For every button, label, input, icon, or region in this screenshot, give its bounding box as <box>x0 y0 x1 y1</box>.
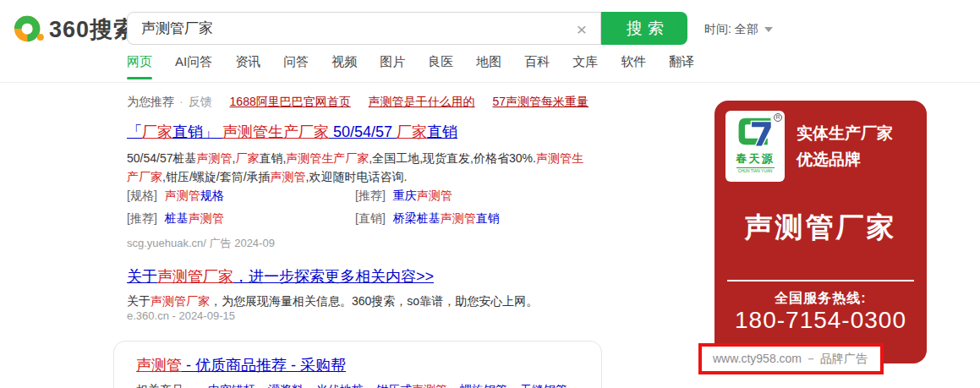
ad-phone-number: 180-7154-0300 <box>714 307 927 334</box>
tab-news[interactable]: 资讯 <box>235 54 260 79</box>
time-filter-label: 时间: 全部 <box>704 22 758 37</box>
search-input[interactable] <box>128 13 550 44</box>
result2-description: 关于声测管厂家，为您展现海量相关信息。360搜索，so靠谱，助您安心上网。 <box>127 292 600 310</box>
feedback-link[interactable]: 反馈 <box>189 95 212 108</box>
ad-source-annotation-box: www.cty958.com － 品牌广告 <box>698 343 884 374</box>
ad-hotline-label: 全国服务热线: <box>714 290 927 308</box>
meta-tag: [规格] <box>127 189 157 202</box>
meta-link-qiaoliang[interactable]: 桥梁桩基声测管直销 <box>393 211 500 225</box>
logo-360[interactable]: 360搜索 <box>14 14 137 46</box>
result3-title-link[interactable]: 声测管 - 优质商品推荐 - 采购帮 <box>136 355 346 375</box>
ad-slogan-line1: 实体生产厂家 <box>797 120 893 146</box>
tab-webpage[interactable]: 网页 <box>127 54 152 79</box>
related-label: 相关产品： <box>136 383 195 388</box>
result2-title-link[interactable]: 关于声测管厂家，进一步探索更多相关内容>> <box>127 266 434 287</box>
related-link-5[interactable]: 螺旋钢管 <box>460 383 507 388</box>
ad-divider <box>727 280 914 281</box>
result1-title-link[interactable]: 「厂家直销」 声测管生产厂家 50/54/57 厂家直销 <box>127 122 457 142</box>
result1-meta-links: [规格]声测管规格 [推荐]重庆声测管 [推荐]桩基声测管 [直销]桥梁桩基声测… <box>127 187 590 227</box>
recommend-row: 为您推荐·反馈 1688阿里巴巴官网首页 声测管是干什么用的 57声测管每米重量 <box>127 95 589 110</box>
clear-icon[interactable]: × <box>577 19 587 37</box>
result1-description: 50/54/57桩基声测管,厂家直销,声测管生产厂家,全国工地,现货直发,价格省… <box>127 149 588 186</box>
ad-slogan: 实体生产厂家 优选品牌 <box>797 120 893 172</box>
tab-software[interactable]: 软件 <box>621 54 646 79</box>
tab-translate[interactable]: 翻译 <box>669 54 694 79</box>
meta-cell: [直销]桥梁桩基声测管直销 <box>355 210 590 227</box>
tab-doctor[interactable]: 良医 <box>428 54 453 79</box>
nav-tabs: 网页 AI问答 资讯 问答 视频 图片 良医 地图 百科 文库 软件 翻译 <box>127 54 694 79</box>
search-results-page: 360搜索 × 搜索 时间: 全部 网页 AI问答 资讯 问答 视频 图片 良医… <box>0 0 980 388</box>
tab-ai-qa[interactable]: AI问答 <box>175 54 212 79</box>
recommend-link-1[interactable]: 1688阿里巴巴官网首页 <box>230 95 351 108</box>
logo-360-icon <box>14 14 46 46</box>
meta-link-zhuangji[interactable]: 桩基声测管 <box>165 211 224 225</box>
meta-cell: [推荐]桩基声测管 <box>127 210 355 227</box>
search-box: × <box>127 12 601 45</box>
meta-link-chongqing[interactable]: 重庆声测管 <box>393 189 452 202</box>
tab-video[interactable]: 视频 <box>331 54 357 79</box>
meta-cell: [规格]声测管规格 <box>127 187 355 205</box>
ad-product-title: 声测管厂家 <box>714 209 927 247</box>
meta-link-spec[interactable]: 声测管规格 <box>165 189 224 202</box>
recommend-label: 为您推荐 <box>127 95 174 108</box>
ad-brand-name: 春天源 <box>736 151 775 168</box>
related-link-6[interactable]: 无缝钢管 <box>520 383 567 388</box>
brand-ad-card[interactable]: R 春天源 CHUN TIAN YUAN 实体生产厂家 优选品牌 声测管厂家 全… <box>714 101 927 363</box>
result3-card: 声测管 - 优质商品推荐 - 采购帮 相关产品： 中空锚杆 灌浆料 光伏地桩 钳… <box>113 341 602 388</box>
time-filter-dropdown[interactable]: 时间: 全部 <box>704 22 773 37</box>
ad-source-url: www.cty958.com － 品牌广告 <box>713 352 868 367</box>
related-link-2[interactable]: 灌浆料 <box>268 383 304 388</box>
ad-brand-name-pinyin: CHUN TIAN YUAN <box>731 169 779 173</box>
related-link-1[interactable]: 中空锚杆 <box>208 383 255 388</box>
recommend-link-2[interactable]: 声测管是干什么用的 <box>369 95 475 108</box>
meta-cell: [推荐]重庆声测管 <box>355 187 590 205</box>
logo-text: 360搜索 <box>49 14 137 45</box>
tab-baike[interactable]: 百科 <box>524 54 550 79</box>
result1-citation: scg.yuehuak.cn/ 广告 2024-09 <box>127 236 275 251</box>
meta-tag: [推荐] <box>355 189 386 202</box>
ad-brand-logo: R 春天源 CHUN TIAN YUAN <box>725 111 785 182</box>
chuntianyuan-logo-icon <box>736 116 775 147</box>
recommend-link-3[interactable]: 57声测管每米重量 <box>493 95 589 108</box>
caret-down-icon <box>764 27 773 32</box>
related-link-4[interactable]: 钳压式声测管 <box>376 383 447 388</box>
result2-citation: e.360.cn - 2024-09-15 <box>127 309 235 322</box>
search-button[interactable]: 搜索 <box>601 12 687 45</box>
tab-images[interactable]: 图片 <box>380 54 405 79</box>
registered-trademark-icon: R <box>774 113 782 122</box>
header-divider <box>0 82 980 83</box>
ad-slogan-line2: 优选品牌 <box>797 146 893 172</box>
result3-related-products: 相关产品： 中空锚杆 灌浆料 光伏地桩 钳压式声测管 螺旋钢管 无缝钢管 <box>136 383 601 388</box>
meta-tag: [直销] <box>355 211 386 225</box>
related-link-3[interactable]: 光伏地桩 <box>316 383 364 388</box>
tab-wenku[interactable]: 文库 <box>572 54 598 79</box>
tab-qa[interactable]: 问答 <box>283 54 309 79</box>
meta-tag: [推荐] <box>127 211 157 225</box>
recommend-dot: · <box>179 95 183 108</box>
tab-maps[interactable]: 地图 <box>476 54 501 79</box>
